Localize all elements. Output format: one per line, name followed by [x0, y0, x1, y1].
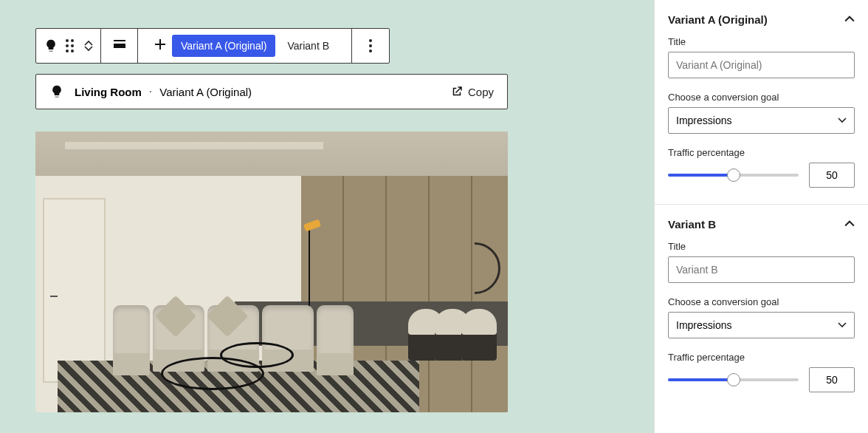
goal-select-value: Impressions: [676, 319, 731, 331]
block-toolbar: Variant A (Original) Variant B: [35, 28, 390, 64]
title-label: Title: [668, 241, 855, 252]
chevron-up-icon: [844, 218, 855, 231]
variant-a-tab[interactable]: Variant A (Original): [172, 35, 275, 57]
goal-select-value: Impressions: [676, 115, 731, 126]
variant-b-accordion-header[interactable]: Variant B: [668, 214, 855, 241]
copy-label: Copy: [468, 86, 494, 98]
export-icon: [450, 85, 464, 98]
variant-a-traffic-slider[interactable]: [668, 174, 799, 177]
variant-a-goal-select[interactable]: Impressions: [668, 107, 855, 134]
variant-b-tab[interactable]: Variant B: [280, 35, 337, 57]
variant-b-section: Variant B Title Choose a conversion goal…: [655, 205, 868, 409]
copy-button[interactable]: Copy: [450, 85, 494, 98]
variant-a-header-label: Variant A (Original): [668, 13, 768, 26]
preview-image: [35, 132, 508, 412]
variant-b-header-label: Variant B: [668, 218, 716, 231]
breadcrumb-variant: Variant A (Original): [159, 86, 252, 98]
add-icon[interactable]: [153, 37, 168, 55]
variant-a-title-input[interactable]: [668, 52, 855, 78]
chevron-down-icon: [838, 117, 847, 123]
more-options-icon[interactable]: [369, 39, 372, 52]
variant-b-traffic-value[interactable]: 50: [809, 367, 855, 392]
goal-label: Choose a conversion goal: [668, 296, 855, 307]
breadcrumb-room: Living Room: [75, 86, 142, 98]
align-icon[interactable]: [112, 37, 127, 55]
traffic-label: Traffic percentage: [668, 352, 855, 363]
title-label: Title: [668, 36, 855, 47]
variant-a-accordion-header[interactable]: Variant A (Original): [668, 9, 855, 36]
variant-b-traffic-slider[interactable]: [668, 378, 799, 381]
idea-bulb-icon[interactable]: [44, 38, 58, 53]
block-breadcrumb: Living Room · Variant A (Original) Copy: [35, 74, 508, 109]
variant-a-section: Variant A (Original) Title Choose a conv…: [655, 0, 868, 205]
variant-a-traffic-value[interactable]: 50: [809, 163, 855, 188]
chevron-down-icon: [838, 322, 847, 328]
drag-handle-icon[interactable]: [66, 39, 74, 52]
breadcrumb-separator: ·: [149, 85, 152, 98]
idea-bulb-icon: [49, 84, 64, 99]
svg-rect-1: [114, 44, 125, 48]
variant-b-goal-select[interactable]: Impressions: [668, 312, 855, 338]
goal-label: Choose a conversion goal: [668, 92, 855, 103]
variant-b-title-input[interactable]: [668, 256, 855, 283]
chevron-up-icon: [844, 13, 855, 26]
traffic-label: Traffic percentage: [668, 147, 855, 158]
move-up-down-icon[interactable]: [81, 40, 93, 52]
settings-sidebar: Variant A (Original) Title Choose a conv…: [654, 0, 868, 433]
editor-canvas: Variant A (Original) Variant B Living Ro…: [0, 0, 654, 433]
svg-rect-0: [114, 40, 125, 41]
